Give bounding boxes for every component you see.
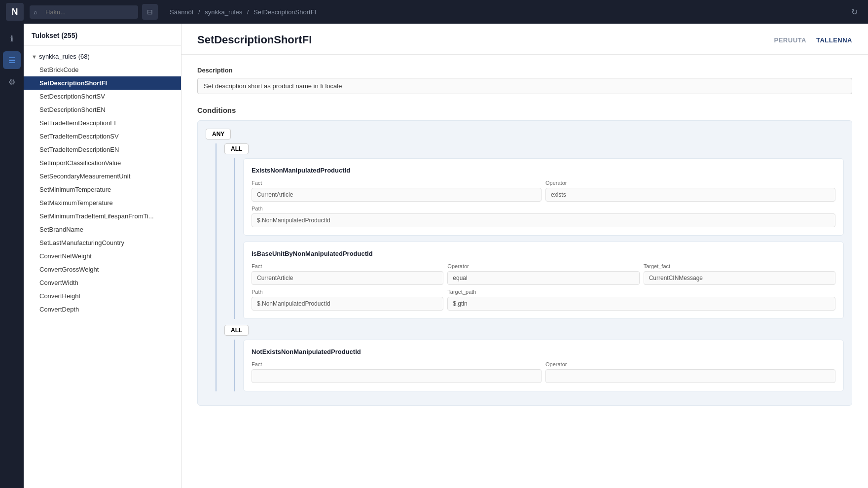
operator-label-3: Operator [545, 361, 835, 367]
sidebar-item-SetDescriptionShortSV[interactable]: SetDescriptionShortSV [24, 90, 181, 103]
conditions-container: ANY ALL ExistsNonManipulatedProductId Fa [197, 120, 852, 406]
cancel-button[interactable]: PERUUTA [774, 36, 806, 44]
breadcrumb-item-1: Säännöt [170, 8, 193, 16]
target-path-label-2: Target_path [447, 289, 835, 295]
search-input[interactable] [30, 5, 138, 19]
path-input-1[interactable] [252, 213, 835, 227]
sidebar-item-ConvertHeight[interactable]: ConvertHeight [24, 289, 181, 303]
condition-card-3-title: NotExistsNonManipulatedProductId [252, 348, 835, 355]
field-group-operator-2: Operator [447, 263, 639, 285]
sidebar-item-SetMinimumTradeItemLifespan[interactable]: SetMinimumTradeItemLifespanFromTi... [24, 209, 181, 223]
app-logo: N [6, 3, 24, 21]
sidebar-item-SetBrickCode[interactable]: SetBrickCode [24, 63, 181, 76]
condition-card-1-title: ExistsNonManipulatedProductId [252, 167, 835, 174]
conditions-level2-1: ExistsNonManipulatedProductId Fact Opera… [234, 158, 844, 319]
field-group-fact-3: Fact [252, 361, 542, 383]
path-label-2: Path [252, 289, 443, 295]
field-group-target-fact-2: Target_fact [644, 263, 835, 285]
condition-card-2-fields: Fact Operator Target_fact [252, 263, 835, 311]
sidebar-item-SetTradeItemDescriptionEN[interactable]: SetTradeItemDescriptionEN [24, 143, 181, 156]
field-group-fact-2: Fact [252, 263, 443, 285]
field-group-operator-3: Operator [545, 361, 835, 383]
fact-input-1[interactable] [252, 188, 542, 202]
field-group-path-1: Path [252, 206, 835, 227]
description-label: Description [197, 67, 852, 74]
path-label-1: Path [252, 206, 835, 211]
header-actions: PERUUTA TALLENNA [774, 36, 852, 44]
info-icon-btn[interactable]: ℹ [3, 30, 21, 47]
conditions-level1: ALL ExistsNonManipulatedProductId Fact [216, 143, 844, 391]
path-input-2[interactable] [252, 297, 443, 311]
sidebar-item-ConvertNetWeight[interactable]: ConvertNetWeight [24, 249, 181, 263]
main-content: SetDescriptionShortFI PERUUTA TALLENNA D… [181, 24, 868, 488]
sidebar-item-SetTradeItemDescriptionSV[interactable]: SetTradeItemDescriptionSV [24, 130, 181, 143]
sidebar-item-SetSecondaryMeasurementUnit[interactable]: SetSecondaryMeasurementUnit [24, 170, 181, 183]
sidebar-item-SetLastManufacturingCountry[interactable]: SetLastManufacturingCountry [24, 236, 181, 249]
all-badge-2[interactable]: ALL [224, 325, 249, 336]
operator-input-2[interactable] [447, 271, 639, 285]
sidebar-item-SetTradeItemDescriptionFI[interactable]: SetTradeItemDescriptionFI [24, 116, 181, 130]
sidebar-item-SetImportClassificationValue[interactable]: SetImportClassificationValue [24, 156, 181, 170]
condition-card-1: ExistsNonManipulatedProductId Fact Opera… [243, 158, 844, 236]
sidebar-item-SetDescriptionShortFI[interactable]: SetDescriptionShortFI [24, 76, 181, 90]
gear-icon-btn[interactable]: ⚙ [3, 73, 21, 91]
group-name: synkka_rules [39, 53, 76, 60]
field-group-operator-1: Operator [545, 180, 835, 202]
conditions-level2-2: NotExistsNonManipulatedProductId Fact Op… [234, 340, 844, 391]
breadcrumb: Säännöt / synkka_rules / SetDescriptionS… [170, 8, 842, 16]
fact-label-3: Fact [252, 361, 542, 367]
operator-input-3[interactable] [545, 369, 835, 383]
condition-card-1-fields: Fact Operator Path [252, 180, 835, 227]
list-icon-btn[interactable]: ☰ [3, 51, 21, 69]
all-section-2: ALL NotExistsNonManipulatedProductId Fac… [224, 325, 844, 391]
conditions-label: Conditions [197, 106, 852, 114]
sidebar-item-ConvertDepth[interactable]: ConvertDepth [24, 303, 181, 316]
fact-input-2[interactable] [252, 271, 443, 285]
sidebar-item-SetMaximumTemperature[interactable]: SetMaximumTemperature [24, 196, 181, 209]
all-badge-1[interactable]: ALL [224, 143, 249, 154]
sidebar-item-ConvertWidth[interactable]: ConvertWidth [24, 276, 181, 289]
top-navigation: N ⌕ ⊟ Säännöt / synkka_rules / SetDescri… [0, 0, 868, 24]
fact-input-3[interactable] [252, 369, 542, 383]
main-layout: ℹ ☰ ⚙ Tulokset (255) ▼ synkka_rules (68)… [0, 24, 868, 488]
filter-button[interactable]: ⊟ [142, 4, 158, 20]
condition-card-2-title: IsBaseUnitByNonManipulatedProductId [252, 250, 835, 257]
breadcrumb-item-2: synkka_rules [205, 8, 242, 16]
operator-label-1: Operator [545, 180, 835, 186]
content-header: SetDescriptionShortFI PERUUTA TALLENNA [181, 24, 868, 55]
sidebar-header: Tulokset (255) [24, 24, 181, 46]
group-count: (68) [78, 53, 90, 60]
search-icon: ⌕ [34, 8, 37, 16]
any-badge[interactable]: ANY [206, 129, 231, 139]
refresh-button[interactable]: ↻ [846, 4, 862, 20]
sidebar-tree: ▼ synkka_rules (68) SetBrickCode SetDesc… [24, 46, 181, 488]
condition-card-2: IsBaseUnitByNonManipulatedProductId Fact… [243, 242, 844, 319]
field-group-fact-1: Fact [252, 180, 542, 202]
fact-label-2: Fact [252, 263, 443, 269]
target-fact-input-2[interactable] [644, 271, 835, 285]
all-section-1: ALL ExistsNonManipulatedProductId Fact [224, 143, 844, 319]
page-title: SetDescriptionShortFI [197, 34, 774, 46]
tree-group-synkka-rules[interactable]: ▼ synkka_rules (68) [24, 50, 181, 63]
content-body: Description Set description short as pro… [181, 55, 868, 488]
target-path-input-2[interactable] [447, 297, 835, 311]
field-group-path-2: Path [252, 289, 443, 311]
search-wrapper: ⌕ [30, 5, 138, 19]
sidebar-icons: ℹ ☰ ⚙ [0, 24, 24, 488]
breadcrumb-item-3: SetDescriptionShortFI [253, 8, 316, 16]
chevron-down-icon: ▼ [32, 54, 37, 60]
condition-card-3-fields: Fact Operator [252, 361, 835, 383]
sidebar-item-SetMinimumTemperature[interactable]: SetMinimumTemperature [24, 183, 181, 196]
save-button[interactable]: TALLENNA [816, 36, 852, 44]
sidebar-item-ConvertGrossWeight[interactable]: ConvertGrossWeight [24, 263, 181, 276]
description-value[interactable]: Set description short as product name in… [197, 78, 852, 94]
condition-card-3: NotExistsNonManipulatedProductId Fact Op… [243, 340, 844, 391]
operator-input-1[interactable] [545, 188, 835, 202]
sidebar-list: Tulokset (255) ▼ synkka_rules (68) SetBr… [24, 24, 181, 488]
field-group-target-path-2: Target_path [447, 289, 835, 311]
target-fact-label-2: Target_fact [644, 263, 835, 269]
sidebar-item-SetBrandName[interactable]: SetBrandName [24, 223, 181, 236]
fact-label-1: Fact [252, 180, 542, 186]
sidebar-item-SetDescriptionShortEN[interactable]: SetDescriptionShortEN [24, 103, 181, 116]
operator-label-2: Operator [447, 263, 639, 269]
